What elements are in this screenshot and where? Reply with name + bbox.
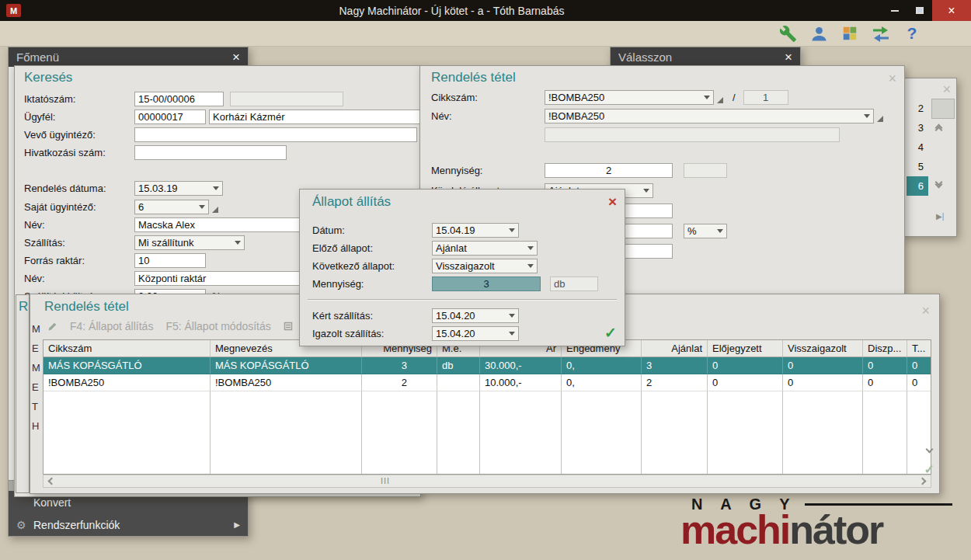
rendeles-datuma-label: Rendelés dátuma: — [24, 183, 134, 194]
picker-list-item[interactable]: 5 — [907, 157, 928, 176]
table-cell: 0, — [562, 374, 642, 391]
iktatoszam-secondary-input[interactable] — [230, 92, 343, 106]
scroll-page-up-icon[interactable] — [936, 127, 941, 131]
szallitas-value: Mi szállítunk — [138, 237, 194, 249]
kovetkezo-allapot-value: Visszaigazolt — [436, 260, 495, 272]
scroll-page-down-icon[interactable] — [936, 181, 941, 186]
scroll-to-end-icon[interactable]: ▶| — [936, 212, 944, 221]
detail-grip-icon[interactable] — [212, 207, 218, 213]
picker-list-item[interactable]: 3 — [907, 118, 928, 137]
elozo-allapot-value: Ajánlat — [436, 242, 467, 254]
table-row[interactable]: !BOMBA250 !BOMBA250 2 10.000,- 0, 2 0 0 … — [44, 374, 931, 391]
logo-red-part: machi — [680, 507, 789, 552]
action-f4-allapot-allitas[interactable]: F4: Állapot állítás — [70, 320, 153, 332]
tetel-mennyiseg-unit-input[interactable] — [684, 163, 727, 178]
ugyfel-name-input[interactable]: Korházi Kázmér — [209, 110, 420, 124]
tetel-nev-label: Név: — [431, 110, 545, 122]
table-row-selected[interactable]: MÁS KOPÁSGÁTLÓ MÁS KOPÁSGÁTLÓ 3 db 30.00… — [44, 357, 931, 374]
modules-icon — [841, 25, 858, 42]
table-cell: 2 — [642, 374, 708, 391]
column-header[interactable]: Diszp... — [863, 340, 907, 357]
transfer-button[interactable] — [868, 23, 893, 44]
column-header[interactable]: T... — [907, 340, 931, 357]
forras-raktar-input[interactable]: 10 — [134, 253, 206, 268]
titlebar: M Nagy Machinátor - Új kötet - a - Tóth … — [0, 0, 971, 21]
users-button[interactable] — [806, 23, 831, 44]
clipped-label-fragment: M — [32, 323, 40, 343]
picker-scroll-thumb[interactable] — [931, 99, 955, 119]
dialog-mennyiseg-input[interactable]: 3 — [432, 277, 541, 291]
sorszam-input[interactable]: 1 — [743, 90, 788, 105]
table-cell: 0 — [708, 357, 783, 374]
dropdown-arrow-icon — [704, 96, 710, 99]
table-cell: !BOMBA250 — [44, 374, 211, 391]
rendeles-tetel-form-close-icon[interactable]: × — [888, 71, 896, 85]
picker-list-item-selected[interactable]: 6 — [907, 176, 928, 196]
kovetkezo-allapot-dropdown[interactable]: Visszaigazolt — [432, 259, 538, 273]
igazolt-szallitas-label: Igazolt szállítás: — [312, 328, 432, 339]
ugyfel-label: Ügyfél: — [24, 111, 134, 123]
modules-button[interactable] — [837, 23, 862, 44]
scrollbar-grip[interactable]: III — [381, 476, 390, 485]
tetel-nev2-input[interactable] — [545, 127, 840, 142]
sajat-ugyintezo-dropdown[interactable]: 6 — [134, 200, 209, 214]
wrench-icon — [779, 25, 797, 43]
iktatoszam-input[interactable]: 15-00/00006 — [134, 92, 224, 106]
nev1-label: Név: — [24, 219, 134, 231]
column-header[interactable]: Visszaigazolt — [783, 340, 863, 357]
sajat-ugyintezo-label: Saját ügyintéző: — [24, 201, 134, 213]
scroll-left-icon[interactable] — [48, 478, 56, 485]
detail-grip-icon[interactable] — [877, 116, 883, 122]
submenu-arrow-icon: ▶ — [234, 520, 240, 529]
tools-button[interactable] — [775, 23, 800, 44]
fomenu-close-icon[interactable]: × — [232, 50, 240, 64]
elozo-allapot-dropdown[interactable]: Ajánlat — [432, 241, 538, 256]
restore-button[interactable] — [907, 0, 932, 21]
cikkszam-dropdown[interactable]: !BOMBA250 — [545, 90, 714, 105]
percent-value: % — [687, 225, 697, 237]
restore-icon — [916, 7, 924, 14]
scroll-right-icon[interactable] — [919, 478, 927, 485]
detail-grip-icon[interactable] — [717, 97, 723, 103]
szallitas-dropdown[interactable]: Mi szállítunk — [134, 235, 245, 250]
minimize-button[interactable] — [882, 0, 907, 21]
table-cell: 3 — [362, 357, 437, 374]
hivatkozasi-input[interactable] — [134, 145, 287, 160]
column-header[interactable]: Ajánlat — [642, 340, 708, 357]
rendeles-tetel-list-close-icon[interactable]: × — [921, 304, 930, 318]
igazolt-szallitas-dropdown[interactable]: 15.04.20 — [432, 326, 519, 341]
percent-dropdown[interactable]: % — [684, 224, 727, 238]
table-cell: 0 — [783, 374, 863, 391]
dropdown-arrow-icon — [213, 186, 219, 190]
table-cell: 0, — [562, 357, 642, 374]
rendeles-datuma-dropdown[interactable]: 15.03.19 — [134, 181, 223, 196]
valasszon-titlebar[interactable]: Válasszon × — [611, 47, 800, 67]
close-window-button[interactable]: × — [932, 0, 971, 21]
vevo-ugyintezo-input[interactable] — [134, 127, 417, 142]
table-cell: 0 — [907, 374, 931, 391]
picker-list-item[interactable]: 2 — [907, 99, 928, 118]
datum-dropdown[interactable]: 15.04.19 — [432, 223, 519, 238]
column-header[interactable]: Előjegyzett — [708, 340, 783, 357]
logo-rule — [805, 503, 952, 506]
kert-szallitas-label: Kért szállítás: — [312, 310, 432, 322]
kert-szallitas-dropdown[interactable]: 15.04.20 — [432, 308, 519, 323]
dialog-close-icon[interactable]: × — [608, 194, 617, 209]
clipped-label-fragment: M — [32, 362, 40, 381]
ugyfel-code-input[interactable]: 00000017 — [134, 110, 206, 124]
tetel-nev-dropdown[interactable]: !BOMBA250 — [545, 109, 874, 123]
horizontal-scrollbar[interactable]: III — [43, 475, 931, 488]
ugyintezo-nev-input[interactable]: Macska Alex — [134, 217, 305, 232]
szallitas-label: Szállítás: — [24, 237, 134, 249]
dialog-confirm-icon[interactable]: ✓ — [604, 325, 617, 340]
valasszon-close-icon[interactable]: × — [785, 50, 792, 64]
raktar-nev-input[interactable]: Központi raktár — [134, 271, 305, 286]
column-header[interactable]: Cikkszám — [44, 340, 211, 357]
menu-item-rendszerfunkciok[interactable]: ⚙ Rendszerfunkciók ▶ — [9, 513, 248, 536]
help-button[interactable]: ? — [900, 23, 924, 44]
tetel-mennyiseg-input[interactable]: 2 — [545, 163, 673, 178]
picker-list-item[interactable]: 4 — [907, 137, 928, 157]
fomenu-titlebar[interactable]: Főmenü × — [9, 47, 248, 67]
action-f5-allapot-modositas[interactable]: F5: Állapot módosítás — [165, 320, 270, 332]
picker-close-icon[interactable]: × — [942, 82, 951, 96]
